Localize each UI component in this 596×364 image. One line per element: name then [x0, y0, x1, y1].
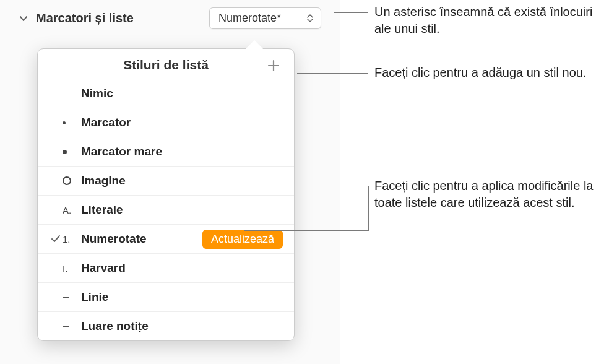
list-marker-icon	[63, 297, 81, 298]
style-item-label: Numerotate	[81, 232, 202, 246]
style-item-label: Linie	[81, 290, 283, 304]
style-item[interactable]: A.Literale	[38, 195, 294, 224]
list-marker-icon	[63, 176, 81, 185]
style-item[interactable]: Marcator	[38, 108, 294, 137]
list-marker-icon: A.	[63, 205, 81, 215]
list-style-dropdown[interactable]: Numerotate*	[209, 7, 321, 29]
style-item-label: Marcator mare	[81, 145, 283, 158]
popover-title: Stiluri de listă	[123, 58, 209, 72]
update-style-button[interactable]: Actualizează	[202, 230, 283, 249]
style-item-label: Marcator	[81, 116, 283, 129]
callout-line	[297, 73, 368, 74]
callout-line	[334, 12, 368, 13]
list-marker-icon: 1.	[63, 234, 81, 245]
list-marker-icon: I.	[63, 263, 81, 274]
section-title: Marcatori și liste	[36, 11, 202, 25]
style-item[interactable]: Imagine	[38, 166, 294, 195]
plus-icon	[267, 59, 280, 72]
callout-line	[368, 186, 369, 231]
style-item[interactable]: Luare notițe	[38, 311, 294, 340]
style-item-label: Literale	[81, 203, 283, 217]
dropdown-value: Numerotate*	[218, 12, 281, 25]
list-marker-icon	[63, 150, 81, 154]
section-header: Marcatori și liste Numerotate*	[0, 0, 340, 37]
callout-update: Faceți clic pentru a aplica modificările…	[374, 178, 596, 211]
callout-line	[244, 230, 368, 231]
style-item-label: Harvard	[81, 261, 283, 275]
callout-add: Faceți clic pentru a adăuga un stil nou.	[374, 64, 596, 81]
style-item[interactable]: Nimic	[38, 79, 294, 108]
inspector-panel: Marcatori și liste Numerotate* Stiluri d…	[0, 0, 340, 364]
list-styles-popover: Stiluri de listă NimicMarcatorMarcator m…	[37, 48, 295, 341]
list-marker-icon	[63, 326, 81, 327]
style-item[interactable]: Marcator mare	[38, 137, 294, 166]
style-item[interactable]: Linie	[38, 282, 294, 311]
callout-asterisk: Un asterisc înseamnă că există înlocuiri…	[374, 4, 596, 37]
style-item-label: Imagine	[81, 174, 283, 188]
disclosure-chevron-icon[interactable]	[19, 14, 28, 24]
style-item-label: Nimic	[81, 87, 283, 100]
style-item-label: Luare notițe	[81, 319, 283, 333]
list-marker-icon	[63, 121, 81, 124]
add-style-button[interactable]	[264, 56, 283, 75]
checkmark-icon	[49, 234, 63, 244]
style-item[interactable]: 1.NumerotateActualizează	[38, 224, 294, 253]
popover-header: Stiluri de listă	[38, 49, 294, 79]
chevron-updown-icon	[306, 14, 314, 22]
style-list: NimicMarcatorMarcator mareImagineA.Liter…	[38, 79, 294, 340]
style-item[interactable]: I.Harvard	[38, 253, 294, 282]
